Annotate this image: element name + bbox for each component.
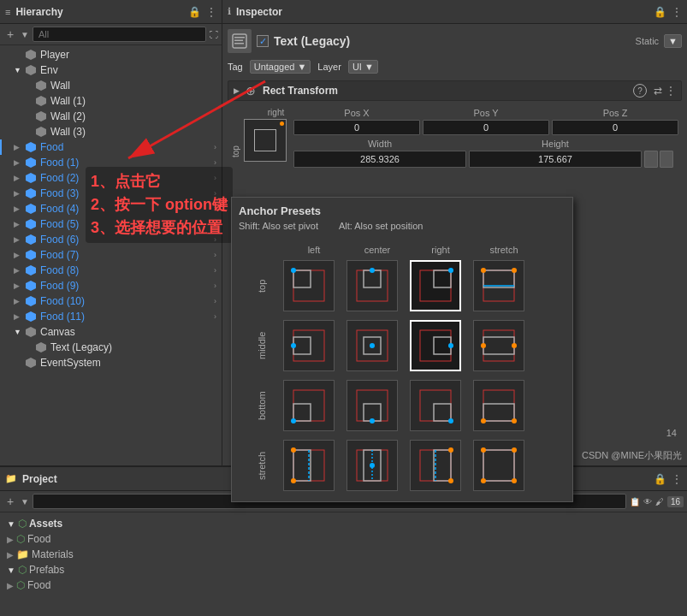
tree-item-canvas[interactable]: ▼ Canvas xyxy=(0,324,222,340)
lock-btn-2[interactable] xyxy=(660,151,673,168)
anchor-cell-stretch-stretch[interactable] xyxy=(473,440,524,465)
top-label: top xyxy=(231,123,240,157)
svg-rect-30 xyxy=(483,337,514,354)
tree-item-food1[interactable]: ▶ Food (1) › xyxy=(0,155,222,170)
transform-more-icon[interactable]: ⋮ xyxy=(666,85,676,97)
tag-dropdown[interactable]: Untagged ▼ xyxy=(250,60,311,74)
tree-label-food6: Food (6) xyxy=(40,234,79,246)
chevron-right-icon-9: › xyxy=(214,281,216,290)
tree-item-food4[interactable]: ▶ Food (4) › xyxy=(0,201,222,216)
add-button[interactable]: + xyxy=(3,27,17,41)
anchor-cell-middle-right[interactable] xyxy=(410,320,461,371)
tree-item-wall[interactable]: Wall xyxy=(0,78,222,93)
svg-rect-7 xyxy=(293,270,311,287)
rect-transform-header[interactable]: ▶ ⊕ Rect Transform ? ⇄ ⋮ xyxy=(228,80,682,101)
project-food-item[interactable]: ▶ ⬡ Food xyxy=(3,531,684,547)
anchor-cell-middle-stretch[interactable] xyxy=(473,320,524,371)
tree-item-food9[interactable]: ▶ Food (9) › xyxy=(0,278,222,293)
tree-item-eventsystem[interactable]: EventSystem xyxy=(0,355,222,370)
static-dropdown[interactable]: ▼ xyxy=(664,34,682,48)
anchor-cell-stretch-left[interactable] xyxy=(283,440,335,465)
row-label-top: top xyxy=(239,257,281,315)
tree-item-food5[interactable]: ▶ Food (5) › xyxy=(0,216,222,232)
project-prefabs-food-item[interactable]: ▶ ⬡ Food xyxy=(3,578,684,593)
expand-icon[interactable]: ⛶ xyxy=(210,30,218,39)
hierarchy-panel: ≡ Hierarchy 🔒 ⋮ + ▼ ⛶ Player ▼ Env xyxy=(0,0,222,465)
chevron-right-icon-5: › xyxy=(214,220,216,228)
fields-container: Pos X Pos Y Pos Z Width Height xyxy=(293,108,678,168)
pos-z-input[interactable] xyxy=(552,120,678,135)
project-materials-item[interactable]: ▶ 📁 Materials xyxy=(3,547,684,562)
project-add-btn[interactable]: + xyxy=(3,495,17,508)
cube-icon-food4 xyxy=(24,202,38,216)
info-icon: ℹ xyxy=(228,6,231,17)
help-icon[interactable]: ? xyxy=(633,84,647,98)
anchor-cell-bottom-center[interactable] xyxy=(346,380,398,431)
options-icon[interactable]: ⇄ xyxy=(654,85,662,97)
tree-item-wall2[interactable]: Wall (2) xyxy=(0,109,222,124)
width-input[interactable] xyxy=(293,151,466,168)
prefabs-food-arrow: ▶ xyxy=(7,581,14,590)
anchor-cell-stretch-right[interactable] xyxy=(410,440,461,465)
food-folder-icon: ⬡ xyxy=(16,533,25,545)
pos-z-label: Pos Z xyxy=(552,108,678,118)
anchor-cell-top-center[interactable] xyxy=(346,260,398,311)
tree-item-wall1[interactable]: Wall (1) xyxy=(0,93,222,109)
svg-rect-60 xyxy=(483,450,514,465)
layer-dropdown[interactable]: UI ▼ xyxy=(348,60,378,74)
project-prefabs-item[interactable]: ▼ ⬡ Prefabs xyxy=(3,562,684,578)
anchor-cell-bottom-left[interactable] xyxy=(283,380,335,431)
inspector-more-icon[interactable]: ⋮ xyxy=(672,6,682,18)
search-input[interactable] xyxy=(33,27,206,42)
tree-label-player: Player xyxy=(40,49,69,61)
cube-icon-text-legacy xyxy=(34,341,48,354)
svg-rect-3 xyxy=(234,37,245,38)
tree-item-env[interactable]: ▼ Env xyxy=(0,62,222,78)
tree-item-player[interactable]: Player xyxy=(0,47,222,62)
tree-item-wall3[interactable]: Wall (3) xyxy=(0,124,222,139)
wh-labels: Width Height xyxy=(293,139,678,149)
tree-item-food2[interactable]: ▶ Food (2) › xyxy=(0,170,222,186)
tree-label-canvas: Canvas xyxy=(40,326,75,338)
folder-btn[interactable]: 📋 xyxy=(630,497,640,506)
tree-label-wall1: Wall (1) xyxy=(50,95,86,107)
arrow-food8: ▶ xyxy=(14,266,24,275)
pos-y-input[interactable] xyxy=(423,120,549,135)
lock-btn-1[interactable] xyxy=(644,151,658,168)
pos-x-input[interactable] xyxy=(293,120,420,135)
cube-icon-eventsystem xyxy=(24,356,38,370)
anchor-cell-middle-left[interactable] xyxy=(283,320,335,371)
anchor-cell-top-stretch[interactable] xyxy=(473,260,524,311)
prefabs-arrow: ▼ xyxy=(7,566,15,575)
anchor-cell-middle-center[interactable] xyxy=(346,320,398,371)
arrow-food3: ▶ xyxy=(14,189,24,198)
cube-icon-food11 xyxy=(24,310,38,323)
eye-btn[interactable]: 👁 xyxy=(643,497,652,506)
svg-rect-61 xyxy=(483,450,514,465)
project-more-icon[interactable]: ⋮ xyxy=(672,473,682,485)
tree-item-food[interactable]: ▶ Food › xyxy=(0,139,222,155)
anchor-cell-bottom-right[interactable] xyxy=(410,380,461,431)
row-label-middle: middle xyxy=(239,317,281,375)
tree-item-food3[interactable]: ▶ Food (3) › xyxy=(0,186,222,201)
tree-item-food11[interactable]: ▶ Food (11) › xyxy=(0,309,222,324)
more-icon[interactable]: ⋮ xyxy=(206,6,216,18)
tree-item-food6[interactable]: ▶ Food (6) › xyxy=(0,232,222,247)
anchor-cell-bottom-stretch[interactable] xyxy=(473,380,524,431)
brush-btn[interactable]: 🖌 xyxy=(655,497,664,506)
height-input[interactable] xyxy=(469,151,642,168)
tree-item-food10[interactable]: ▶ Food (10) › xyxy=(0,293,222,309)
tree-item-food8[interactable]: ▶ Food (8) › xyxy=(0,263,222,278)
tree-item-text-legacy[interactable]: Text (Legacy) xyxy=(0,340,222,355)
enabled-checkbox[interactable]: ✓ xyxy=(257,35,269,47)
tree-item-food7[interactable]: ▶ Food (7) › xyxy=(0,247,222,263)
anchor-cell-top-left[interactable] xyxy=(283,260,335,311)
rect-preview[interactable] xyxy=(244,119,287,162)
arrow-down-icon: ▼ xyxy=(21,497,29,506)
assets-root-item[interactable]: ▼ ⬡ Assets xyxy=(3,516,684,531)
tree-label-food10: Food (10) xyxy=(40,295,85,307)
anchor-cell-top-right[interactable] xyxy=(410,260,461,311)
cube-icon-player xyxy=(24,48,38,62)
svg-rect-6 xyxy=(293,270,324,301)
anchor-cell-stretch-center[interactable] xyxy=(346,440,398,465)
